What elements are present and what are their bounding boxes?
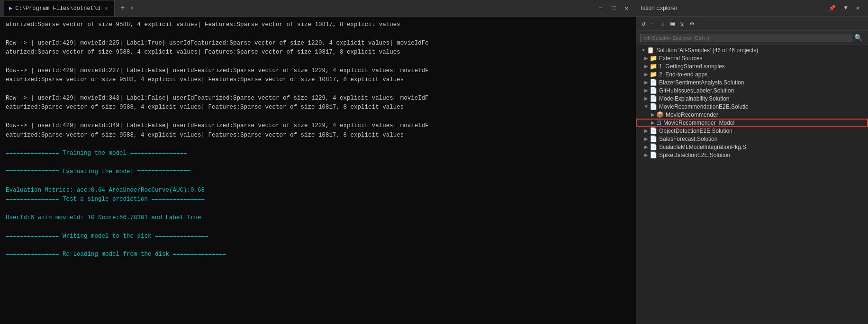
solution-icon: 📄: [650, 103, 657, 110]
toolbar-settings-btn[interactable]: ⚙: [687, 18, 696, 29]
solution-explorer-title: lution Explorer: [641, 5, 825, 11]
terminal-panel: ▶ C:\Program Files\dotnet\d ✕ + ∨ — □ ✕ …: [0, 0, 636, 324]
solution-search-input[interactable]: [640, 34, 852, 42]
window-controls: — □ ✕: [595, 4, 632, 13]
expand-icon: ▶: [643, 88, 650, 93]
expand-icon: ▶: [643, 72, 650, 77]
tree-item-label-movie-recommender-model: MovieRecommender_Model: [663, 120, 734, 126]
tree-item-label-movie-recommender: MovieRecommender: [666, 111, 718, 118]
terminal-tab-icon: ▶: [9, 5, 12, 12]
minimize-button[interactable]: —: [595, 4, 606, 13]
tree-item-github-issues[interactable]: ▶ 📄 GitHubIssuesLabeler.Solution: [636, 86, 868, 94]
tab-dropdown-button[interactable]: ∨: [131, 5, 134, 11]
solution-close-button[interactable]: ✕: [852, 4, 863, 13]
expand-icon: ▶: [643, 96, 650, 101]
tree-item-object-detection[interactable]: ▶ 📄 ObjectDetectionE2E.Solution: [636, 127, 868, 135]
toolbar-view-btn[interactable]: ▣: [668, 18, 677, 29]
toolbar-sync-btn[interactable]: ↺: [639, 18, 648, 29]
solution-icon: 📄: [650, 79, 657, 86]
tree-item-label-model-explainability: ModelExplainability.Solution: [659, 95, 730, 102]
tree-item-solution-root[interactable]: ▼ 📋 Solution 'All-Samples' (46 of 46 pro…: [636, 46, 868, 54]
solution-icon: 📄: [650, 127, 657, 134]
solution-icon: 📄: [650, 95, 657, 102]
expand-icon: ▶: [643, 136, 650, 141]
tree-item-movie-recommender[interactable]: ▶ 📦 MovieRecommender: [636, 111, 868, 119]
tree-item-label-getting-started: 1. GettingStarted samples: [659, 63, 725, 70]
terminal-output: aturized:Sparse vector of size 9588, 4 e…: [0, 17, 636, 324]
tree-item-spike-detection[interactable]: ▶ 📄 SpikeDetectionE2E.Solution: [636, 151, 868, 159]
expand-icon: ▶: [643, 56, 650, 61]
solution-icon: 📄: [650, 135, 657, 142]
terminal-titlebar: ▶ C:\Program Files\dotnet\d ✕ + ∨ — □ ✕: [0, 0, 636, 17]
solution-root-icon: 📋: [647, 46, 654, 54]
tree-item-external-sources[interactable]: ▶ 📁 External Sources: [636, 54, 868, 62]
folder-icon: 📁: [650, 63, 657, 70]
solution-tree: ▼ 📋 Solution 'All-Samples' (46 of 46 pro…: [636, 45, 868, 324]
solution-icon: 📄: [650, 143, 657, 150]
expand-icon: ▶: [643, 64, 650, 69]
solution-window-controls: 📌 ▼ ✕: [825, 4, 863, 13]
tree-item-label-github-issues: GitHubIssuesLabeler.Solution: [659, 87, 734, 94]
solution-toolbar: ↺ ← ↓ ▣ ⇲ ⚙: [636, 17, 868, 31]
tree-item-model-explainability[interactable]: ▶ 📄 ModelExplainability.Solution: [636, 94, 868, 102]
solution-search-bar: 🔍: [636, 31, 868, 45]
tree-item-end-to-end[interactable]: ▶ 📁 2. End-to-end apps: [636, 70, 868, 78]
folder-icon: 📁: [650, 71, 657, 78]
toolbar-forward-btn[interactable]: ↓: [659, 19, 667, 29]
expand-icon: ▼: [643, 104, 650, 109]
search-icon[interactable]: 🔍: [852, 33, 864, 43]
solution-root-label: Solution 'All-Samples' (46 of 46 project…: [656, 47, 758, 54]
expand-icon: ▶: [643, 144, 650, 149]
terminal-tab-label: C:\Program Files\dotnet\d: [15, 5, 100, 12]
toolbar-expand-btn[interactable]: ⇲: [678, 18, 687, 29]
tree-item-sales-forecast[interactable]: ▶ 📄 SalesForecast.Solution: [636, 135, 868, 143]
close-button[interactable]: ✕: [621, 4, 632, 13]
expand-icon: ▶: [643, 152, 650, 157]
tree-item-label-blazor-sentiment: BlazerSentimentAnalysis.Solution: [659, 79, 744, 86]
project-cs-icon: ⊡: [656, 119, 661, 126]
toolbar-back-btn[interactable]: ←: [649, 19, 657, 29]
new-tab-button[interactable]: +: [118, 4, 128, 12]
solution-explorer-titlebar: lution Explorer 📌 ▼ ✕: [636, 0, 868, 17]
solution-explorer-panel: lution Explorer 📌 ▼ ✕ ↺ ← ↓ ▣ ⇲ ⚙ 🔍 ▼ 📋 …: [636, 0, 868, 324]
tree-item-label-end-to-end: 2. End-to-end apps: [659, 71, 707, 78]
tree-item-scalable-ml[interactable]: ▶ 📄 ScalableMLModelIntegrationPkg.S: [636, 143, 868, 151]
expand-icon: ▶: [650, 120, 656, 125]
folder-icon: 📁: [650, 55, 657, 62]
solution-pin-button[interactable]: 📌: [825, 4, 840, 13]
solution-icon: 📄: [650, 151, 657, 158]
expand-icon: ▶: [643, 128, 650, 133]
tree-item-label-sales-forecast: SalesForecast.Solution: [659, 136, 717, 142]
solution-arrow-button[interactable]: ▼: [841, 4, 851, 13]
tree-item-label-movie-recommendation-e2e: MovieRecommendationE2E.Solutio: [659, 103, 749, 110]
solution-icon: 📄: [650, 87, 657, 94]
tree-item-label-external-sources: External Sources: [659, 55, 702, 62]
maximize-button[interactable]: □: [608, 4, 619, 13]
expand-icon: ▶: [650, 112, 656, 117]
tree-item-label-spike-detection: SpikeDetectionE2E.Solution: [659, 152, 730, 158]
tree-item-blazor-sentiment[interactable]: ▶ 📄 BlazerSentimentAnalysis.Solution: [636, 78, 868, 86]
project-icon: 📦: [656, 111, 664, 118]
tree-item-label-object-detection: ObjectDetectionE2E.Solution: [659, 128, 732, 134]
tree-item-movie-recommender-model[interactable]: ▶ ⊡ MovieRecommender_Model: [636, 119, 868, 127]
terminal-tab-close[interactable]: ✕: [103, 5, 109, 12]
expand-icon-solution: ▼: [640, 47, 647, 53]
tree-item-label-scalable-ml: ScalableMLModelIntegrationPkg.S: [659, 144, 746, 150]
tree-item-movie-recommendation-e2e[interactable]: ▼ 📄 MovieRecommendationE2E.Solutio: [636, 102, 868, 111]
terminal-tab[interactable]: ▶ C:\Program Files\dotnet\d ✕: [4, 0, 115, 16]
expand-icon: ▶: [643, 80, 650, 85]
tree-item-getting-started[interactable]: ▶ 📁 1. GettingStarted samples: [636, 62, 868, 70]
